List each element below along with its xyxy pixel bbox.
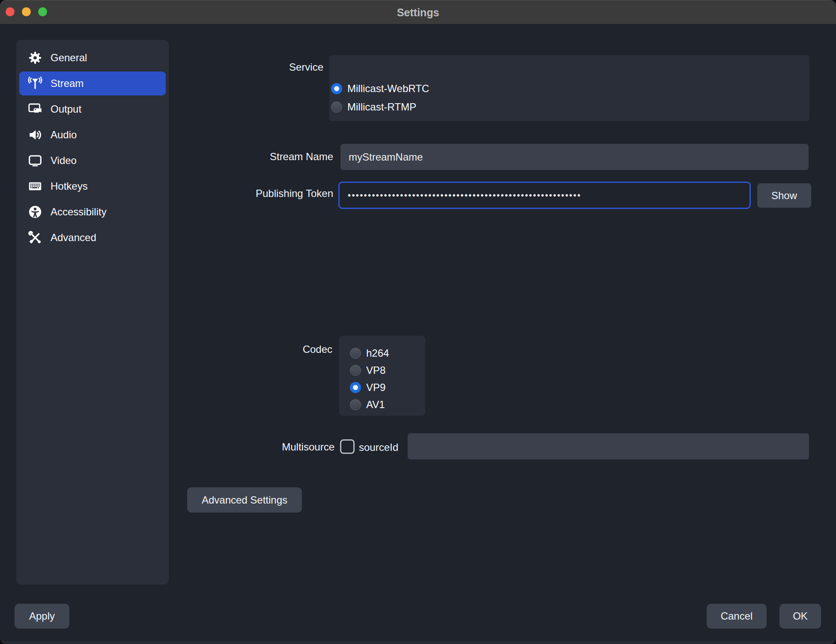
- sourceid-input[interactable]: [408, 433, 809, 459]
- sourceid-checkbox-label: sourceId: [359, 441, 398, 453]
- multisource-label: Multisource: [282, 441, 334, 453]
- sidebar-item-output[interactable]: Output: [19, 96, 166, 122]
- service-label: Service: [289, 61, 323, 73]
- publishing-token-input[interactable]: [338, 182, 751, 209]
- codec-option-h264[interactable]: h264: [350, 347, 389, 359]
- window-title: Settings: [0, 0, 836, 24]
- show-token-button[interactable]: Show: [757, 183, 811, 208]
- sidebar-item-label: Video: [51, 155, 77, 167]
- sidebar-item-advanced[interactable]: Advanced: [19, 225, 166, 250]
- codec-option-vp9[interactable]: VP9: [350, 382, 385, 394]
- stream-name-label: Stream Name: [270, 151, 333, 163]
- publishing-token-label: Publishing Token: [256, 188, 333, 200]
- monitor-icon: [27, 153, 44, 168]
- sidebar-item-label: General: [51, 52, 87, 64]
- stream-name-input[interactable]: [340, 144, 809, 170]
- sidebar-item-general[interactable]: General: [19, 46, 166, 70]
- sidebar-item-label: Accessibility: [51, 206, 107, 218]
- keyboard-icon: [27, 179, 44, 194]
- radio-unselected-icon[interactable]: [331, 101, 342, 113]
- sidebar-item-audio[interactable]: Audio: [19, 122, 166, 148]
- ok-button[interactable]: OK: [779, 604, 821, 629]
- advanced-settings-button[interactable]: Advanced Settings: [187, 487, 302, 513]
- gear-icon: [27, 51, 44, 65]
- codec-option-av1[interactable]: AV1: [350, 399, 385, 411]
- radio-option-label: h264: [366, 347, 389, 359]
- radio-unselected-icon[interactable]: [350, 399, 361, 410]
- speaker-icon: [27, 128, 44, 142]
- titlebar: Settings: [0, 0, 836, 24]
- codec-label: Codec: [303, 343, 332, 355]
- sidebar: General Stream Output Audio Video: [16, 40, 169, 584]
- radio-option-label: AV1: [366, 399, 385, 411]
- cancel-button[interactable]: Cancel: [707, 604, 767, 629]
- tools-icon: [27, 230, 44, 245]
- sidebar-item-stream[interactable]: Stream: [19, 72, 166, 95]
- service-option-rtmp[interactable]: Millicast-RTMP: [331, 101, 416, 113]
- service-panel: Millicast-WebRTC Millicast-RTMP: [329, 55, 809, 121]
- radio-option-label: VP9: [366, 382, 385, 394]
- sidebar-item-label: Hotkeys: [51, 180, 88, 192]
- radio-unselected-icon[interactable]: [350, 348, 361, 359]
- accessibility-icon: [27, 205, 44, 219]
- radio-selected-icon[interactable]: [350, 382, 361, 393]
- apply-button[interactable]: Apply: [15, 604, 69, 629]
- radio-option-label: VP8: [366, 364, 385, 376]
- sidebar-item-label: Stream: [51, 78, 84, 89]
- sidebar-item-label: Audio: [51, 129, 77, 141]
- sidebar-item-accessibility[interactable]: Accessibility: [19, 199, 166, 225]
- radio-unselected-icon[interactable]: [350, 365, 361, 376]
- radio-selected-icon[interactable]: [331, 83, 342, 94]
- broadcast-icon: [27, 76, 44, 91]
- radio-option-label: Millicast-RTMP: [347, 101, 416, 113]
- output-icon: [27, 102, 44, 116]
- radio-option-label: Millicast-WebRTC: [347, 83, 429, 95]
- service-option-webrtc[interactable]: Millicast-WebRTC: [331, 83, 429, 95]
- sidebar-item-hotkeys[interactable]: Hotkeys: [19, 173, 166, 199]
- sourceid-checkbox[interactable]: [340, 439, 355, 454]
- sidebar-item-label: Advanced: [51, 232, 96, 244]
- sidebar-item-video[interactable]: Video: [19, 148, 166, 173]
- codec-panel: h264 VP8 VP9 AV1: [339, 336, 425, 416]
- codec-option-vp8[interactable]: VP8: [350, 364, 385, 376]
- sidebar-item-label: Output: [51, 103, 81, 115]
- settings-window: Settings General Stream Output Audio: [0, 0, 836, 644]
